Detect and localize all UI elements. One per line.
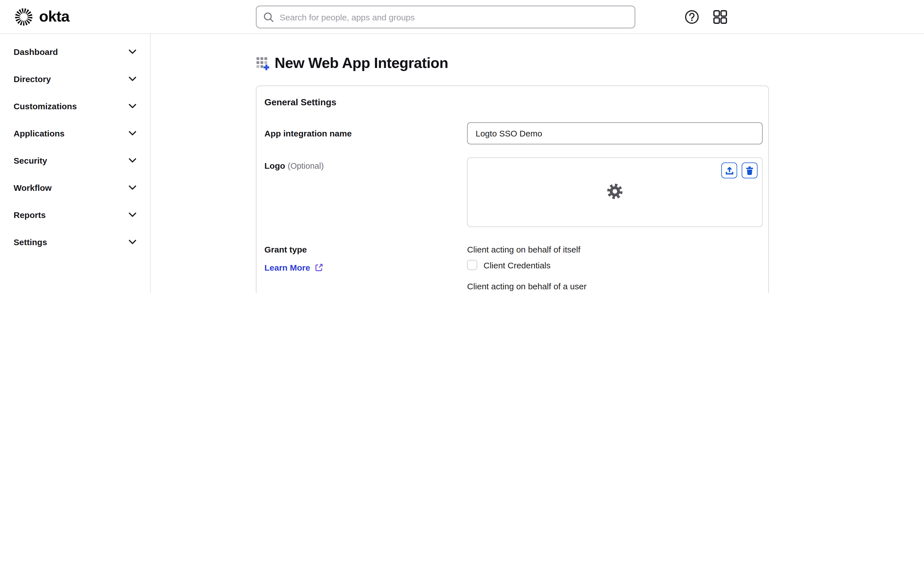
- delete-logo-button[interactable]: [742, 162, 757, 178]
- sidebar-nav: Dashboard Directory Customizations Appli…: [0, 34, 150, 293]
- sidebar-item-workflow[interactable]: Workflow: [0, 174, 150, 201]
- grant-group2-heading: Client acting on behalf of a user: [467, 281, 761, 291]
- search-icon: [263, 12, 274, 22]
- checkbox-box[interactable]: [467, 260, 477, 270]
- app-name-row: App integration name: [264, 122, 761, 144]
- sidebar-item-label: Dashboard: [13, 47, 58, 56]
- logo-preview-box: [467, 157, 762, 227]
- chevron-down-icon: [129, 239, 137, 244]
- gear-icon: [606, 182, 624, 200]
- okta-burst-icon: [13, 7, 34, 27]
- grant-group1-heading: Client acting on behalf of itself: [467, 244, 761, 254]
- new-app-integration-icon: [256, 56, 271, 71]
- sidebar-item-reports[interactable]: Reports: [0, 201, 150, 228]
- help-button[interactable]: [684, 9, 700, 25]
- okta-logo[interactable]: okta: [13, 7, 69, 27]
- chevron-down-icon: [129, 49, 137, 54]
- sidebar-item-label: Customizations: [13, 101, 77, 111]
- global-search: [256, 6, 635, 28]
- page-title: New Web App Integration: [275, 54, 448, 72]
- page-header: New Web App Integration: [256, 54, 924, 72]
- chevron-down-icon: [129, 185, 137, 190]
- sidebar-item-label: Settings: [13, 237, 47, 247]
- sidebar-item-customizations[interactable]: Customizations: [0, 92, 150, 119]
- apps-grid-icon: [713, 10, 728, 24]
- sidebar-item-label: Reports: [13, 210, 46, 220]
- sidebar-item-label: Applications: [13, 128, 64, 138]
- topbar: okta: [0, 0, 924, 34]
- chevron-down-icon: [129, 130, 137, 135]
- logo-row: Logo (Optional): [264, 157, 761, 227]
- sidebar-item-label: Security: [13, 155, 47, 165]
- chevron-down-icon: [129, 158, 137, 163]
- grant-type-label: Grant type: [264, 244, 467, 254]
- card-heading: General Settings: [264, 95, 761, 107]
- checkbox-client-credentials[interactable]: Client Credentials: [467, 260, 761, 270]
- external-link-icon: [315, 263, 323, 272]
- sidebar-item-label: Directory: [13, 74, 51, 84]
- learn-more-label: Learn More: [264, 263, 310, 272]
- grant-learn-more-link[interactable]: Learn More: [264, 263, 323, 272]
- upload-logo-button[interactable]: [721, 162, 737, 178]
- grant-type-row: Grant type Learn More Client acting on b…: [264, 244, 761, 293]
- chevron-down-icon: [129, 76, 137, 81]
- logo-optional-label: (Optional): [288, 161, 323, 170]
- app-switcher-button[interactable]: [712, 9, 728, 25]
- help-icon: [685, 10, 699, 24]
- sidebar-item-dashboard[interactable]: Dashboard: [0, 38, 150, 65]
- sidebar-item-settings[interactable]: Settings: [0, 228, 150, 255]
- app-name-input[interactable]: [467, 122, 762, 144]
- upload-icon: [724, 166, 734, 175]
- sidebar-item-label: Workflow: [13, 183, 51, 192]
- general-settings-card: General Settings App integration name Lo…: [256, 86, 769, 293]
- app-name-label: App integration name: [264, 129, 467, 138]
- main-content: New Web App Integration General Settings…: [150, 34, 924, 293]
- trash-icon: [745, 166, 754, 175]
- sidebar-item-applications[interactable]: Applications: [0, 119, 150, 147]
- logo-label: Logo: [264, 161, 285, 170]
- sidebar-item-security[interactable]: Security: [0, 147, 150, 174]
- chevron-down-icon: [129, 103, 137, 109]
- search-input[interactable]: [280, 12, 628, 22]
- chevron-down-icon: [129, 212, 137, 217]
- topbar-actions: [684, 0, 728, 34]
- okta-admin-window: okta: [0, 0, 924, 293]
- brand-wordmark: okta: [39, 8, 69, 25]
- checkbox-label: Client Credentials: [483, 260, 551, 270]
- logo-actions: [721, 162, 757, 178]
- sidebar-item-directory[interactable]: Directory: [0, 65, 150, 92]
